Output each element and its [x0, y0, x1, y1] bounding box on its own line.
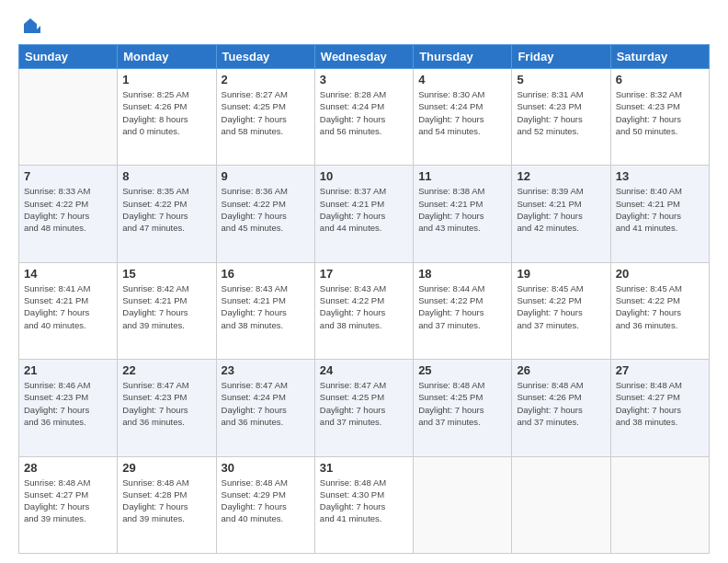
day-info: Sunrise: 8:33 AM Sunset: 4:22 PM Dayligh…	[24, 185, 112, 234]
day-number: 4	[418, 73, 506, 86]
calendar-cell: 7Sunrise: 8:33 AM Sunset: 4:22 PM Daylig…	[19, 166, 118, 262]
calendar-week-row: 21Sunrise: 8:46 AM Sunset: 4:23 PM Dayli…	[19, 360, 710, 456]
calendar-cell: 20Sunrise: 8:45 AM Sunset: 4:22 PM Dayli…	[610, 262, 709, 359]
day-info: Sunrise: 8:45 AM Sunset: 4:22 PM Dayligh…	[616, 282, 704, 331]
calendar-cell: 31Sunrise: 8:48 AM Sunset: 4:30 PM Dayli…	[314, 456, 413, 553]
calendar-header-row: SundayMondayTuesdayWednesdayThursdayFrid…	[19, 45, 710, 69]
calendar-cell: 15Sunrise: 8:42 AM Sunset: 4:21 PM Dayli…	[118, 262, 216, 359]
weekday-header-saturday: Saturday	[610, 45, 709, 69]
calendar-cell: 8Sunrise: 8:35 AM Sunset: 4:22 PM Daylig…	[118, 166, 216, 262]
day-info: Sunrise: 8:48 AM Sunset: 4:29 PM Dayligh…	[222, 477, 310, 525]
calendar-cell: 23Sunrise: 8:47 AM Sunset: 4:24 PM Dayli…	[216, 360, 314, 456]
logo	[18, 15, 40, 37]
weekday-header-wednesday: Wednesday	[314, 45, 413, 69]
day-info: Sunrise: 8:35 AM Sunset: 4:22 PM Dayligh…	[122, 185, 210, 234]
calendar-week-row: 14Sunrise: 8:41 AM Sunset: 4:21 PM Dayli…	[19, 262, 710, 359]
day-info: Sunrise: 8:40 AM Sunset: 4:21 PM Dayligh…	[616, 185, 704, 234]
day-number: 5	[517, 73, 605, 86]
day-number: 25	[418, 363, 506, 377]
calendar-cell: 30Sunrise: 8:48 AM Sunset: 4:29 PM Dayli…	[216, 456, 314, 553]
weekday-header-friday: Friday	[512, 45, 610, 69]
day-number: 26	[517, 363, 605, 377]
day-info: Sunrise: 8:48 AM Sunset: 4:28 PM Dayligh…	[122, 477, 210, 525]
day-number: 17	[320, 267, 408, 281]
calendar-cell: 22Sunrise: 8:47 AM Sunset: 4:23 PM Dayli…	[118, 360, 216, 456]
logo-text	[18, 15, 40, 37]
calendar-cell: 5Sunrise: 8:31 AM Sunset: 4:23 PM Daylig…	[512, 69, 610, 166]
day-info: Sunrise: 8:47 AM Sunset: 4:24 PM Dayligh…	[222, 379, 310, 428]
day-number: 24	[320, 363, 408, 377]
day-info: Sunrise: 8:44 AM Sunset: 4:22 PM Dayligh…	[418, 282, 506, 331]
calendar-cell	[512, 456, 610, 553]
day-number: 1	[122, 73, 210, 86]
calendar-cell: 13Sunrise: 8:40 AM Sunset: 4:21 PM Dayli…	[610, 166, 709, 262]
calendar-cell: 29Sunrise: 8:48 AM Sunset: 4:28 PM Dayli…	[118, 456, 216, 553]
day-info: Sunrise: 8:32 AM Sunset: 4:23 PM Dayligh…	[616, 88, 704, 137]
day-info: Sunrise: 8:45 AM Sunset: 4:22 PM Dayligh…	[517, 282, 605, 331]
calendar-cell: 3Sunrise: 8:28 AM Sunset: 4:24 PM Daylig…	[314, 69, 413, 166]
day-number: 2	[222, 73, 310, 86]
day-number: 9	[222, 169, 310, 183]
day-info: Sunrise: 8:37 AM Sunset: 4:21 PM Dayligh…	[320, 185, 408, 234]
calendar-cell: 10Sunrise: 8:37 AM Sunset: 4:21 PM Dayli…	[314, 166, 413, 262]
calendar-cell	[19, 69, 118, 166]
day-info: Sunrise: 8:48 AM Sunset: 4:26 PM Dayligh…	[517, 379, 605, 428]
day-info: Sunrise: 8:48 AM Sunset: 4:27 PM Dayligh…	[24, 477, 112, 525]
day-number: 29	[122, 461, 210, 475]
day-info: Sunrise: 8:38 AM Sunset: 4:21 PM Dayligh…	[418, 185, 506, 234]
day-number: 30	[222, 461, 310, 475]
calendar-cell: 26Sunrise: 8:48 AM Sunset: 4:26 PM Dayli…	[512, 360, 610, 456]
day-info: Sunrise: 8:27 AM Sunset: 4:25 PM Dayligh…	[222, 88, 310, 137]
day-number: 3	[320, 73, 408, 86]
day-number: 31	[320, 461, 408, 475]
calendar-cell	[610, 456, 709, 553]
day-number: 12	[517, 169, 605, 183]
day-number: 18	[418, 267, 506, 281]
day-info: Sunrise: 8:31 AM Sunset: 4:23 PM Dayligh…	[517, 88, 605, 137]
day-number: 13	[616, 169, 704, 183]
calendar-cell: 25Sunrise: 8:48 AM Sunset: 4:25 PM Dayli…	[414, 360, 512, 456]
page: SundayMondayTuesdayWednesdayThursdayFrid…	[0, 0, 728, 563]
day-info: Sunrise: 8:43 AM Sunset: 4:22 PM Dayligh…	[320, 282, 408, 331]
day-info: Sunrise: 8:42 AM Sunset: 4:21 PM Dayligh…	[122, 282, 210, 331]
day-info: Sunrise: 8:48 AM Sunset: 4:27 PM Dayligh…	[616, 379, 704, 428]
day-number: 6	[616, 73, 704, 86]
day-info: Sunrise: 8:46 AM Sunset: 4:23 PM Dayligh…	[24, 379, 112, 428]
calendar-cell: 1Sunrise: 8:25 AM Sunset: 4:26 PM Daylig…	[118, 69, 216, 166]
day-info: Sunrise: 8:28 AM Sunset: 4:24 PM Dayligh…	[320, 88, 408, 137]
weekday-header-thursday: Thursday	[414, 45, 512, 69]
calendar-cell: 6Sunrise: 8:32 AM Sunset: 4:23 PM Daylig…	[610, 69, 709, 166]
day-info: Sunrise: 8:48 AM Sunset: 4:25 PM Dayligh…	[418, 379, 506, 428]
logo-icon	[20, 17, 40, 37]
calendar-cell: 18Sunrise: 8:44 AM Sunset: 4:22 PM Dayli…	[414, 262, 512, 359]
calendar-cell: 11Sunrise: 8:38 AM Sunset: 4:21 PM Dayli…	[414, 166, 512, 262]
header	[18, 15, 710, 37]
weekday-header-tuesday: Tuesday	[216, 45, 314, 69]
weekday-header-sunday: Sunday	[19, 45, 118, 69]
day-number: 8	[122, 169, 210, 183]
day-info: Sunrise: 8:47 AM Sunset: 4:25 PM Dayligh…	[320, 379, 408, 428]
day-number: 11	[418, 169, 506, 183]
svg-marker-0	[24, 18, 37, 33]
day-number: 10	[320, 169, 408, 183]
calendar-cell: 28Sunrise: 8:48 AM Sunset: 4:27 PM Dayli…	[19, 456, 118, 553]
day-number: 22	[122, 363, 210, 377]
day-number: 28	[24, 461, 112, 475]
day-number: 21	[24, 363, 112, 377]
day-info: Sunrise: 8:48 AM Sunset: 4:30 PM Dayligh…	[320, 477, 408, 525]
calendar-cell	[414, 456, 512, 553]
calendar-cell: 9Sunrise: 8:36 AM Sunset: 4:22 PM Daylig…	[216, 166, 314, 262]
day-number: 16	[222, 267, 310, 281]
calendar-cell: 16Sunrise: 8:43 AM Sunset: 4:21 PM Dayli…	[216, 262, 314, 359]
day-number: 15	[122, 267, 210, 281]
day-number: 19	[517, 267, 605, 281]
day-info: Sunrise: 8:41 AM Sunset: 4:21 PM Dayligh…	[24, 282, 112, 331]
calendar-cell: 4Sunrise: 8:30 AM Sunset: 4:24 PM Daylig…	[414, 69, 512, 166]
day-info: Sunrise: 8:36 AM Sunset: 4:22 PM Dayligh…	[222, 185, 310, 234]
day-info: Sunrise: 8:39 AM Sunset: 4:21 PM Dayligh…	[517, 185, 605, 234]
calendar-cell: 14Sunrise: 8:41 AM Sunset: 4:21 PM Dayli…	[19, 262, 118, 359]
calendar-cell: 24Sunrise: 8:47 AM Sunset: 4:25 PM Dayli…	[314, 360, 413, 456]
calendar-cell: 19Sunrise: 8:45 AM Sunset: 4:22 PM Dayli…	[512, 262, 610, 359]
day-number: 20	[616, 267, 704, 281]
day-info: Sunrise: 8:43 AM Sunset: 4:21 PM Dayligh…	[222, 282, 310, 331]
